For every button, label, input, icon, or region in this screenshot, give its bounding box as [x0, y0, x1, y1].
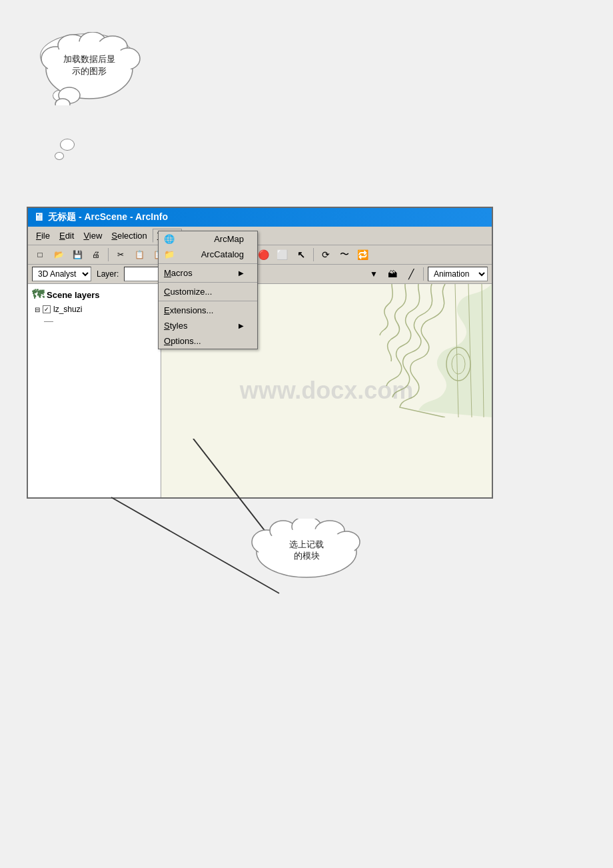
- arcscene-window: 🖥 无标题 - ArcScene - ArcInfo File Edit Vie…: [27, 207, 493, 499]
- bottom-cloud-svg: 选上记载 的模块: [247, 519, 366, 579]
- outer-wrapper: 加载数据后显 示的图形 加载数据后显 示的图形 🖥 无标题 -: [13, 13, 600, 599]
- tools-dropdown-menu: 🌐 ArcMap 📁 ArcCatalog Macros ▶ Customi: [158, 231, 258, 349]
- menu-sep1: [159, 263, 257, 264]
- save-button[interactable]: 💾: [69, 247, 85, 262]
- cloud-bubble-top: 加载数据后显 示的图形: [40, 33, 133, 79]
- cloud-top-text: 加载数据后显 示的图形: [59, 43, 115, 68]
- copy-button[interactable]: 📋: [131, 247, 147, 262]
- new-button[interactable]: □: [32, 247, 48, 262]
- 3d-analyst-dropdown[interactable]: 3D Analyst: [32, 267, 91, 281]
- customize-label: Customize...: [164, 287, 212, 297]
- svg-text:的模块: 的模块: [294, 551, 320, 561]
- extensions-item[interactable]: Extensions...: [159, 303, 257, 318]
- arcmap-label: ArcMap: [214, 234, 244, 244]
- scene-layers-icon: 🗺: [32, 288, 44, 302]
- cloud-tail-dot2: [55, 152, 64, 160]
- menu-selection[interactable]: Selection: [107, 229, 151, 242]
- toolbar-row1: □ 📂 💾 🖨 ✂ 📋 📋 🌐 ArcMap 🔍 🔴 ⬜ ↖ ⟳ 〜 🔁: [28, 245, 492, 265]
- styles-arrow: ▶: [239, 322, 244, 329]
- back-button[interactable]: 🔁: [355, 247, 371, 262]
- menu-sep3: [159, 301, 257, 301]
- arccatalog-item[interactable]: 📁 ArcCatalog: [159, 247, 257, 262]
- sep1: [108, 248, 109, 261]
- sep6: [423, 267, 424, 281]
- macros-label: Macros: [164, 268, 193, 278]
- toc-title: 🗺 Scene layers: [29, 287, 159, 303]
- line-btn[interactable]: ╱: [403, 267, 419, 281]
- menu-bar: File Edit View Selection Tools Window He…: [28, 227, 492, 245]
- styles-label: Styles: [164, 321, 187, 331]
- print-button[interactable]: 🖨: [88, 247, 104, 262]
- toc-panel: 🗺 Scene layers ⊟ lz_shuzi — 🌐 ArcMap: [28, 284, 161, 497]
- dropdown-arrow-btn[interactable]: ▼: [366, 267, 382, 281]
- options-item[interactable]: Options...: [159, 333, 257, 349]
- rotate-button[interactable]: ⟳: [318, 247, 334, 262]
- scene-layers-label: Scene layers: [47, 290, 100, 300]
- menu-edit[interactable]: Edit: [55, 229, 78, 242]
- arcmap-item[interactable]: 🌐 ArcMap: [159, 231, 257, 247]
- options-label: Options...: [164, 336, 201, 346]
- cloud-tail-dot1: [60, 139, 75, 151]
- expand-icon[interactable]: ⊟: [35, 306, 40, 313]
- layer-item-lz-shuzi[interactable]: ⊟ lz_shuzi: [29, 303, 159, 315]
- layer-label: Layer:: [97, 269, 119, 279]
- pan-button[interactable]: 〜: [336, 247, 352, 262]
- title-bar-text: 无标题 - ArcScene - ArcInfo: [48, 211, 168, 223]
- macros-arrow: ▶: [239, 269, 244, 277]
- bottom-section: 选上记载 的模块: [27, 505, 586, 585]
- menu-file[interactable]: File: [32, 229, 54, 242]
- zoom-out-button[interactable]: 🔴: [256, 247, 272, 262]
- menu-view[interactable]: View: [79, 229, 106, 242]
- surface-btn[interactable]: 🏔: [384, 267, 400, 281]
- styles-item[interactable]: Styles ▶: [159, 318, 257, 333]
- svg-text:选上记载: 选上记载: [289, 539, 324, 549]
- bottom-cloud-wrapper: 选上记载 的模块: [247, 519, 366, 585]
- sep4: [313, 248, 314, 261]
- arccatalog-label: ArcCatalog: [201, 249, 244, 259]
- macros-item[interactable]: Macros ▶: [159, 265, 257, 281]
- menu-sep2: [159, 282, 257, 283]
- layer-dash: —: [29, 315, 159, 326]
- arccatalog-icon: 📁: [164, 249, 175, 259]
- layer-name: lz_shuzi: [53, 305, 82, 314]
- toolbar-row2: 3D Analyst Layer: ▼ 🏔 ╱ Animation: [28, 265, 492, 284]
- title-bar: 🖥 无标题 - ArcScene - ArcInfo: [28, 208, 492, 227]
- pointer-button[interactable]: ↖: [293, 247, 309, 262]
- fullextent-button[interactable]: ⬜: [275, 247, 291, 262]
- cut-button[interactable]: ✂: [113, 247, 129, 262]
- extensions-label: Extensions...: [164, 305, 213, 315]
- customize-item[interactable]: Customize...: [159, 284, 257, 299]
- title-bar-icon: 🖥: [33, 211, 44, 223]
- arcmap-icon-menu: 🌐: [164, 234, 175, 244]
- layer-checkbox[interactable]: [43, 305, 51, 313]
- content-area: 🗺 Scene layers ⊟ lz_shuzi — 🌐 ArcMap: [28, 284, 492, 497]
- topo-map-svg: [325, 284, 492, 417]
- open-button[interactable]: 📂: [51, 247, 67, 262]
- animation-dropdown[interactable]: Animation: [428, 267, 488, 281]
